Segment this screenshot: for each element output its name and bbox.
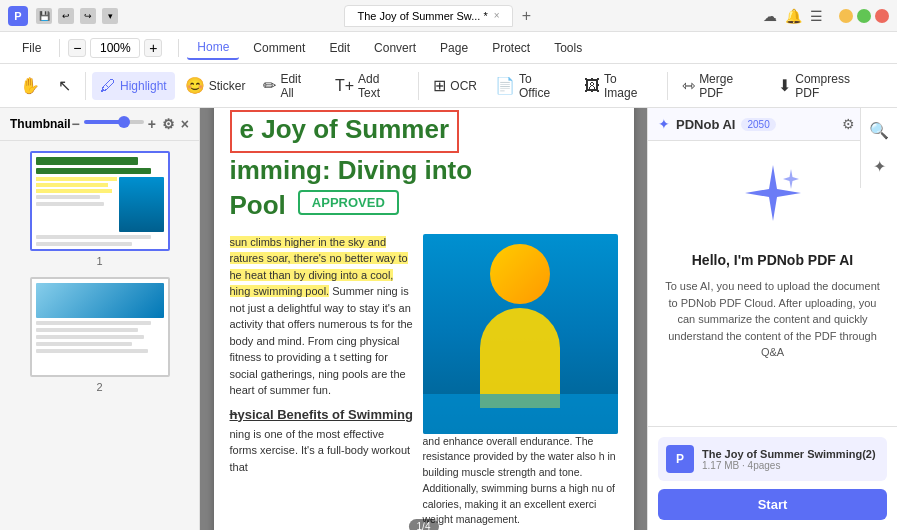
window-controls	[839, 9, 889, 23]
sidebar-zoom-minus[interactable]: −	[71, 116, 79, 132]
title-bar-right: ☁ 🔔 ☰	[763, 8, 889, 24]
ai-file-icon: P	[666, 445, 694, 473]
ai-star-icon: ✦	[658, 116, 670, 132]
ai-start-button[interactable]: Start	[658, 489, 887, 520]
new-tab-button[interactable]: +	[517, 6, 537, 26]
ai-greeting: Hello, I'm PDNob PDF AI	[692, 252, 854, 268]
sidebar-title: Thumbnail	[10, 117, 71, 131]
maximize-button[interactable]	[857, 9, 871, 23]
ai-file-details: The Joy of Summer Swimming(2) 1.17 MB · …	[702, 448, 876, 471]
sticker-icon: 😊	[185, 76, 205, 95]
zoom-value[interactable]: 100%	[90, 38, 140, 58]
compress-pdf-label: Compress PDF	[795, 72, 877, 100]
compress-pdf-button[interactable]: ⬇ Compress PDF	[770, 67, 885, 105]
zoom-slider-thumb[interactable]	[118, 116, 130, 128]
pan-tool-button[interactable]: ✋	[12, 71, 48, 100]
close-button[interactable]	[875, 9, 889, 23]
to-office-icon: 📄	[495, 76, 515, 95]
doc-title-3: Pool	[230, 190, 286, 221]
zoom-out-button[interactable]: −	[68, 39, 86, 57]
section-body: ning is one of the most effective forms …	[230, 426, 415, 476]
ai-title: PDNob AI	[676, 117, 735, 132]
thumbnail-image-2	[30, 277, 170, 377]
menu-page[interactable]: Page	[430, 37, 478, 59]
to-office-label: To Office	[519, 72, 566, 100]
add-quick-icon[interactable]: ✦	[865, 152, 893, 180]
edit-all-button[interactable]: ✏ Edit All	[255, 67, 325, 105]
undo-icon[interactable]: ↩	[58, 8, 74, 24]
merge-icon: ⇿	[682, 76, 695, 95]
thumbnail-page-2[interactable]: 2	[10, 277, 189, 393]
section-title: hysical Benefits of Swimming	[230, 407, 415, 422]
ocr-icon: ⊞	[433, 76, 446, 95]
title-bar-icons: 💾 ↩ ↪ ▾	[36, 8, 118, 24]
sticker-button[interactable]: 😊 Sticker	[177, 71, 254, 100]
select-tool-button[interactable]: ↖	[50, 71, 79, 100]
title-bar-center: The Joy of Summer Sw... * × +	[118, 5, 763, 27]
ai-settings-icon[interactable]: ⚙	[842, 116, 855, 132]
approved-badge: APPROVED	[298, 190, 399, 215]
menu-separator	[59, 39, 60, 57]
zoom-area: − 100% +	[68, 38, 162, 58]
sidebar-settings-icon[interactable]: ⚙	[162, 116, 175, 132]
to-office-button[interactable]: 📄 To Office	[487, 67, 574, 105]
file-menu[interactable]: File	[12, 37, 51, 59]
thumbnail-list: 1 2	[0, 141, 199, 530]
tab-close-icon[interactable]: ×	[494, 10, 500, 21]
page-container: e Joy of Summer imming: Diving into Pool…	[214, 108, 634, 530]
highlight-icon: 🖊	[100, 77, 116, 95]
redo-icon[interactable]: ↪	[80, 8, 96, 24]
to-image-button[interactable]: 🖼 To Image	[576, 67, 661, 105]
page-number: 1/4	[409, 519, 439, 530]
document-area: e Joy of Summer imming: Diving into Pool…	[200, 108, 647, 530]
menu-tools[interactable]: Tools	[544, 37, 592, 59]
main-layout: Thumbnail − + ⚙ ×	[0, 108, 897, 530]
cloud-icon[interactable]: ☁	[763, 8, 777, 24]
thumbnail-num-1: 1	[96, 255, 102, 267]
zoom-in-button[interactable]: +	[144, 39, 162, 57]
sidebar-zoom-plus[interactable]: +	[148, 116, 156, 132]
edit-all-label: Edit All	[280, 72, 317, 100]
menu-home[interactable]: Home	[187, 36, 239, 60]
active-tab[interactable]: The Joy of Summer Sw... * ×	[344, 5, 512, 27]
ocr-button[interactable]: ⊞ OCR	[425, 71, 485, 100]
ocr-label: OCR	[450, 79, 477, 93]
toolbar-separator-1	[85, 72, 86, 100]
ai-file-name: The Joy of Summer Swimming(2)	[702, 448, 876, 460]
quick-action-sidebar: 🔍 ✦	[860, 108, 897, 188]
highlight-label: Highlight	[120, 79, 167, 93]
search-quick-icon[interactable]: 🔍	[865, 116, 893, 144]
menu-edit[interactable]: Edit	[319, 37, 360, 59]
sidebar-tools: − + ⚙ ×	[71, 116, 189, 132]
save-icon[interactable]: 💾	[36, 8, 52, 24]
add-text-button[interactable]: T+ Add Text	[327, 67, 412, 105]
merge-pdf-button[interactable]: ⇿ Merge PDF	[674, 67, 768, 105]
sticker-label: Sticker	[209, 79, 246, 93]
ai-file-info: P The Joy of Summer Swimming(2) 1.17 MB …	[658, 437, 887, 481]
edit-all-icon: ✏	[263, 76, 276, 95]
ai-footer: P The Joy of Summer Swimming(2) 1.17 MB …	[648, 426, 897, 530]
ai-sparkle-icon	[741, 161, 805, 236]
menu-protect[interactable]: Protect	[482, 37, 540, 59]
swimming-image	[423, 234, 618, 434]
app-logo: P	[8, 6, 28, 26]
notification-icon[interactable]: 🔔	[785, 8, 802, 24]
title-bar: P 💾 ↩ ↪ ▾ The Joy of Summer Sw... * × + …	[0, 0, 897, 32]
menu-comment[interactable]: Comment	[243, 37, 315, 59]
doc-highlighted-text: sun climbs higher in the sky and ratures…	[230, 234, 415, 399]
menu-icon[interactable]: ☰	[810, 8, 823, 24]
to-image-icon: 🖼	[584, 77, 600, 95]
more-icon[interactable]: ▾	[102, 8, 118, 24]
highlight-button[interactable]: 🖊 Highlight	[92, 72, 175, 100]
ai-description: To use AI, you need to upload the docume…	[664, 278, 881, 361]
sidebar-close-icon[interactable]: ×	[181, 116, 189, 132]
ai-file-size: 1.17 MB · 4pages	[702, 460, 876, 471]
thumbnail-page-1[interactable]: 1	[10, 151, 189, 267]
menu-bar: File − 100% + Home Comment Edit Convert …	[0, 32, 897, 64]
select-icon: ↖	[58, 76, 71, 95]
menu-convert[interactable]: Convert	[364, 37, 426, 59]
toolbar: ✋ ↖ 🖊 Highlight 😊 Sticker ✏ Edit All T+ …	[0, 64, 897, 108]
sidebar-header: Thumbnail − + ⚙ ×	[0, 108, 199, 141]
minimize-button[interactable]	[839, 9, 853, 23]
zoom-slider[interactable]	[84, 120, 144, 124]
